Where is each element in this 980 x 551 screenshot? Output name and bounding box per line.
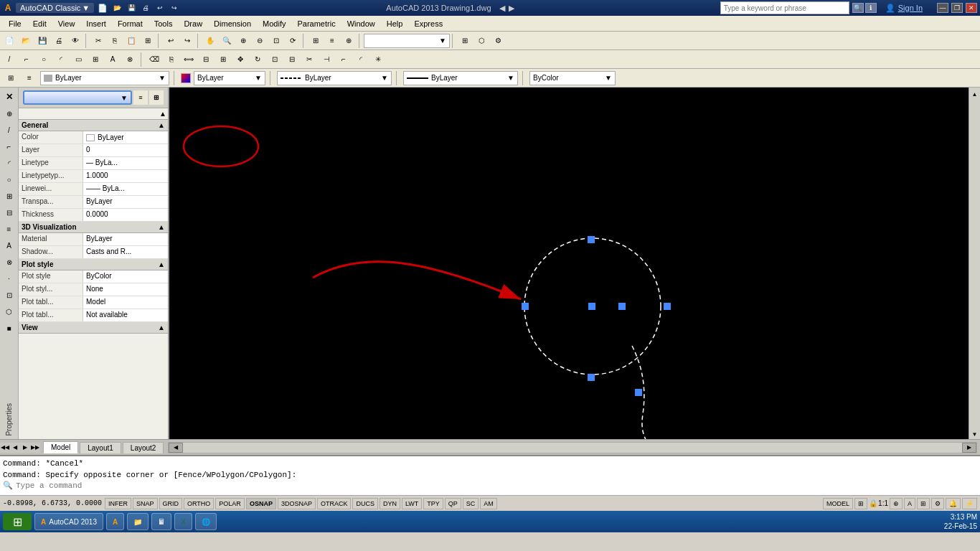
scroll-up-btn[interactable]: ▲	[970, 89, 980, 99]
viewport-btn1[interactable]: ⊞	[854, 498, 867, 509]
linetypescale-val[interactable]: 1.0000	[83, 170, 168, 182]
tb-navsbar[interactable]: ⊞	[308, 33, 324, 49]
menu-window[interactable]: Window	[341, 18, 381, 29]
tb-properties[interactable]: ≡	[324, 33, 340, 49]
status-3dosnap[interactable]: 3DOSNAP	[278, 498, 316, 509]
menu-format[interactable]: Format	[112, 18, 149, 29]
ps-val3[interactable]: Model	[83, 296, 168, 309]
tb-extend[interactable]: ⊣	[319, 52, 334, 67]
lv-polyline[interactable]: ⌐	[1, 138, 17, 154]
tb-redo[interactable]: ↪	[179, 33, 195, 49]
tb-new[interactable]: 📄	[1, 33, 17, 49]
zoom-btn[interactable]: ⊕	[890, 498, 903, 509]
lv-circle[interactable]: ○	[1, 171, 17, 187]
view-dropdown[interactable]: ▼	[364, 34, 450, 48]
undo-btn[interactable]: ↩	[154, 3, 166, 13]
color-icon[interactable]	[181, 73, 191, 83]
menu-edit[interactable]: Edit	[27, 18, 52, 29]
lineweight-val[interactable]: —— ByLa...	[83, 183, 168, 195]
notif-btn2[interactable]: ⚡	[962, 498, 977, 509]
menu-parametric[interactable]: Parametric	[291, 18, 341, 29]
tb-matchprop[interactable]: ⊞	[140, 33, 156, 49]
tb-print[interactable]: 🖨	[51, 33, 67, 49]
3d-viz-section[interactable]: 3D Visualization ▲	[19, 222, 168, 233]
hscrollbar[interactable]: ◀ ▶	[168, 442, 977, 453]
excel-btn[interactable]: X	[174, 513, 192, 530]
tb-mirror[interactable]: ⟺	[181, 52, 197, 67]
tb-move[interactable]: ✥	[232, 52, 248, 67]
menu-file[interactable]: File	[3, 18, 27, 29]
material-val[interactable]: ByLayer	[83, 233, 168, 245]
tb-zoom-realtime[interactable]: 🔍	[219, 33, 235, 49]
status-sc[interactable]: SC	[463, 498, 479, 509]
close-btn[interactable]: ✕	[966, 3, 977, 13]
prop-toggle1[interactable]: ≡	[133, 90, 148, 105]
open-btn[interactable]: 📂	[111, 3, 123, 13]
lineweight-dropdown[interactable]: ByLayer ▼	[403, 71, 518, 85]
tb-zoom-window[interactable]: ⊕	[235, 33, 251, 49]
tb-chamfer[interactable]: ⌐	[336, 52, 352, 67]
search-btn[interactable]: 🔍	[852, 3, 864, 13]
status-osnap[interactable]: OSNAP	[246, 498, 276, 509]
view-section[interactable]: View ▲	[19, 322, 168, 334]
tb-hatch[interactable]: ⊞	[88, 52, 103, 67]
tb-trim[interactable]: ✂	[301, 52, 317, 67]
lv-line[interactable]: /	[1, 122, 17, 138]
status-ortho[interactable]: ORTHO	[184, 498, 214, 509]
cmd-input-field[interactable]	[16, 481, 977, 490]
tb-save[interactable]: 💾	[34, 33, 50, 49]
nav-arrow-right[interactable]: ▶	[509, 4, 514, 12]
save-btn[interactable]: 💾	[126, 3, 137, 13]
scroll-down-btn[interactable]: ▼	[970, 429, 980, 439]
linetype-dropdown[interactable]: ByLayer ▼	[277, 71, 392, 85]
plotstyle-section[interactable]: Plot style ▲	[19, 259, 168, 270]
tb-zoom-prev[interactable]: ⊖	[252, 33, 268, 49]
lv-crosshair[interactable]: ⊕	[1, 105, 17, 121]
keyword-search[interactable]	[720, 1, 849, 14]
layer-dropdown[interactable]: ByLayer ▼	[40, 71, 169, 85]
ps-val1[interactable]: ByColor	[83, 270, 168, 283]
minimize-btn[interactable]: —	[937, 3, 948, 13]
help-info-btn[interactable]: ℹ	[865, 3, 877, 13]
lv-region[interactable]: ⊟	[1, 204, 17, 220]
lv-3dface[interactable]: ⊡	[1, 287, 17, 303]
tab-model[interactable]: Model	[43, 441, 78, 453]
restore-btn[interactable]: ❐	[951, 3, 963, 13]
shadow-val[interactable]: Casts and R...	[83, 246, 168, 258]
status-dyn[interactable]: DYN	[380, 498, 400, 509]
transparency-val[interactable]: ByLayer	[83, 196, 168, 208]
tb-rotate[interactable]: ↻	[250, 52, 265, 67]
tb-fillet[interactable]: ◜	[353, 52, 369, 67]
autocad-taskbar-btn2[interactable]: A	[106, 513, 124, 530]
print-btn[interactable]: 🖨	[140, 3, 151, 13]
start-button[interactable]: ⊞	[3, 513, 32, 530]
general-section[interactable]: General ▲	[19, 120, 168, 131]
tb-polyline[interactable]: ⌐	[19, 52, 34, 67]
tb-paste[interactable]: 📋	[123, 33, 139, 49]
tb-workspace2[interactable]: ⚙	[490, 33, 506, 49]
menu-dimension[interactable]: Dimension	[208, 18, 257, 29]
menu-express[interactable]: Express	[408, 18, 448, 29]
status-otrack[interactable]: OTRACK	[317, 498, 352, 509]
menu-tools[interactable]: Tools	[149, 18, 179, 29]
title-dropdown[interactable]: AutoCAD Classic ▼	[16, 3, 94, 13]
tb-line[interactable]: /	[1, 52, 17, 67]
redo-btn[interactable]: ↪	[169, 3, 180, 13]
prop-selector-dropdown[interactable]: ▼	[23, 90, 132, 105]
canvas-area[interactable]: X Y N S E W TOP	[169, 88, 969, 439]
tb-navcube[interactable]: ⊞	[457, 33, 473, 49]
lv-insert[interactable]: ⊗	[1, 254, 17, 270]
tb-rectangle[interactable]: ▭	[70, 52, 86, 67]
sign-in-label[interactable]: Sign In	[898, 4, 923, 12]
tb-undo[interactable]: ↩	[163, 33, 179, 49]
notif-btn1[interactable]: 🔔	[946, 498, 961, 509]
ps-val2[interactable]: None	[83, 283, 168, 296]
tb-offset[interactable]: ⊟	[198, 52, 214, 67]
menu-view[interactable]: View	[52, 18, 81, 29]
ui-settings[interactable]: ⚙	[931, 498, 944, 509]
tb-copy[interactable]: ⎘	[107, 33, 123, 49]
plotstyle-dropdown[interactable]: ByColor ▼	[529, 71, 616, 85]
status-ducs[interactable]: DUCS	[352, 498, 378, 509]
menu-draw[interactable]: Draw	[178, 18, 208, 29]
lv-close[interactable]: ✕	[1, 89, 17, 105]
